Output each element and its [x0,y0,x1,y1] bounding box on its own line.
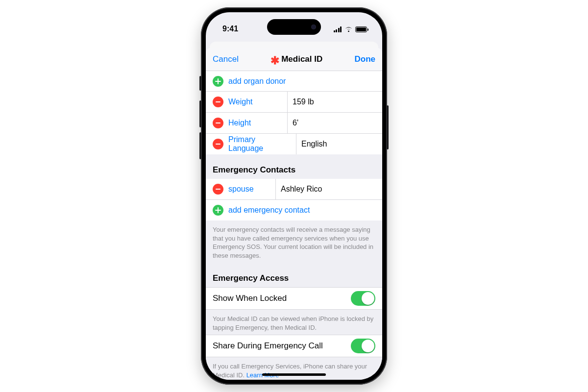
status-indicators [334,25,369,32]
status-time: 9:41 [222,24,238,33]
share-during-call-toggle[interactable] [351,339,375,353]
height-label: Height [228,113,282,133]
weight-label: Weight [228,92,282,112]
add-emergency-contact-label: add emergency contact [228,206,310,215]
dynamic-island [267,19,321,35]
phone-frame: 9:41 Cancel ✱ Medical ID Do [201,7,387,385]
share-during-call-footer: If you call Emergency Services, iPhone c… [206,357,382,380]
front-camera [311,24,316,29]
minus-icon[interactable] [213,97,223,107]
power-button [387,105,389,149]
emergency-contacts-group: spouse Ashley Rico add emergency contact [206,179,382,220]
cancel-button[interactable]: Cancel [213,54,239,64]
modal-sheet: Cancel ✱ Medical ID Done add organ dono [206,48,382,380]
done-button[interactable]: Done [354,54,375,64]
add-emergency-contact-row[interactable]: add emergency contact [206,200,382,220]
share-during-call-label: Share During Emergency Call [213,341,323,351]
plus-icon [213,205,223,216]
height-value[interactable]: 6' [287,113,375,133]
add-organ-donor-label: add organ donor [228,77,286,86]
medical-info-group: add organ donor Weight 159 lb [206,71,382,154]
primary-language-label: Primary Language [228,134,291,154]
cellular-icon [334,26,342,32]
scroll-content[interactable]: add organ donor Weight 159 lb [206,71,382,380]
emergency-contact-row[interactable]: spouse Ashley Rico [206,179,382,200]
primary-language-row[interactable]: Primary Language English [206,134,382,154]
show-when-locked-row: Show When Locked [206,287,382,310]
show-when-locked-toggle[interactable] [351,291,375,306]
contact-name: Ashley Rico [275,179,375,199]
page-title: ✱ Medical ID [270,54,322,64]
wifi-icon [344,26,352,32]
silent-switch [199,76,201,91]
emergency-contacts-header: Emergency Contacts [206,154,382,179]
share-during-call-row: Share During Emergency Call [206,335,382,357]
volume-up-button [199,100,201,127]
show-when-locked-footer: Your Medical ID can be viewed when iPhon… [206,310,382,335]
emergency-contacts-footer: Your emergency contacts will receive a m… [206,220,382,263]
emergency-access-header: Emergency Access [206,263,382,287]
minus-icon[interactable] [213,184,223,195]
minus-icon[interactable] [213,139,223,149]
height-row[interactable]: Height 6' [206,113,382,134]
share-footer-text: If you call Emergency Services, iPhone c… [213,363,367,379]
minus-icon[interactable] [213,118,223,128]
add-organ-donor-row[interactable]: add organ donor [206,71,382,92]
screen: 9:41 Cancel ✱ Medical ID Do [206,12,382,380]
weight-row[interactable]: Weight 159 lb [206,92,382,113]
nav-bar: Cancel ✱ Medical ID Done [206,48,382,71]
medical-asterisk-icon: ✱ [270,57,279,65]
primary-language-value[interactable]: English [296,134,375,154]
plus-icon [213,76,223,87]
volume-down-button [199,132,201,159]
battery-icon [355,26,368,32]
title-text: Medical ID [281,54,322,64]
weight-value[interactable]: 159 lb [287,92,375,112]
contact-relation: spouse [228,179,270,199]
show-when-locked-label: Show When Locked [213,294,287,303]
home-indicator[interactable] [262,373,326,376]
